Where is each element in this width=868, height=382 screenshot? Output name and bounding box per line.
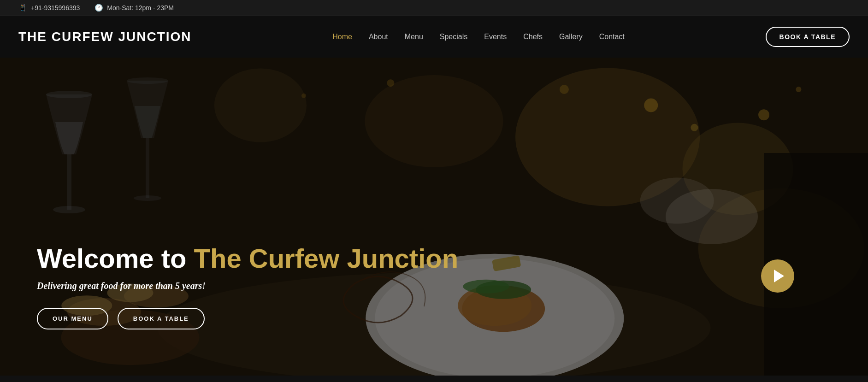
hero-subtitle: Delivering great food for more than 5 ye… bbox=[37, 281, 458, 291]
phone-number: +91-9315996393 bbox=[31, 4, 80, 12]
hero-actions: OUR MENU BOOK A TABLE bbox=[37, 308, 458, 329]
hero-title-prefix: Welcome to bbox=[37, 243, 194, 273]
hero-section: Welcome to The Curfew Junction Deliverin… bbox=[0, 58, 868, 376]
play-video-button[interactable] bbox=[761, 259, 794, 293]
nav-item-menu[interactable]: Menu bbox=[405, 33, 423, 41]
nav-item-home[interactable]: Home bbox=[332, 33, 352, 41]
nav-item-chefs[interactable]: Chefs bbox=[523, 33, 543, 41]
hours-item: 🕐 Mon-Sat: 12pm - 23PM bbox=[94, 4, 174, 12]
hours-text: Mon-Sat: 12pm - 23PM bbox=[107, 4, 174, 12]
our-menu-button[interactable]: OUR MENU bbox=[37, 308, 108, 329]
nav-book-button[interactable]: BOOK A TABLE bbox=[766, 27, 850, 47]
hero-content: Welcome to The Curfew Junction Deliverin… bbox=[0, 244, 458, 339]
site-logo[interactable]: THE CURFEW JUNCTION bbox=[18, 29, 192, 44]
clock-icon: 🕐 bbox=[94, 4, 103, 12]
top-bar: 📱 +91-9315996393 🕐 Mon-Sat: 12pm - 23PM bbox=[0, 0, 868, 16]
play-icon bbox=[774, 270, 784, 282]
hero-book-table-button[interactable]: BOOK A TABLE bbox=[118, 308, 205, 329]
nav-item-gallery[interactable]: Gallery bbox=[559, 33, 583, 41]
hero-title: Welcome to The Curfew Junction bbox=[37, 244, 458, 273]
nav-item-about[interactable]: About bbox=[369, 33, 388, 41]
nav-item-events[interactable]: Events bbox=[484, 33, 507, 41]
phone-item: 📱 +91-9315996393 bbox=[18, 4, 80, 12]
nav-item-contact[interactable]: Contact bbox=[599, 33, 625, 41]
navbar: THE CURFEW JUNCTION Home About Menu Spec… bbox=[0, 16, 868, 58]
hero-title-accent: The Curfew Junction bbox=[194, 243, 459, 273]
nav-item-specials[interactable]: Specials bbox=[440, 33, 467, 41]
nav-links: Home About Menu Specials Events Chefs Ga… bbox=[332, 33, 625, 41]
phone-icon: 📱 bbox=[18, 4, 27, 12]
